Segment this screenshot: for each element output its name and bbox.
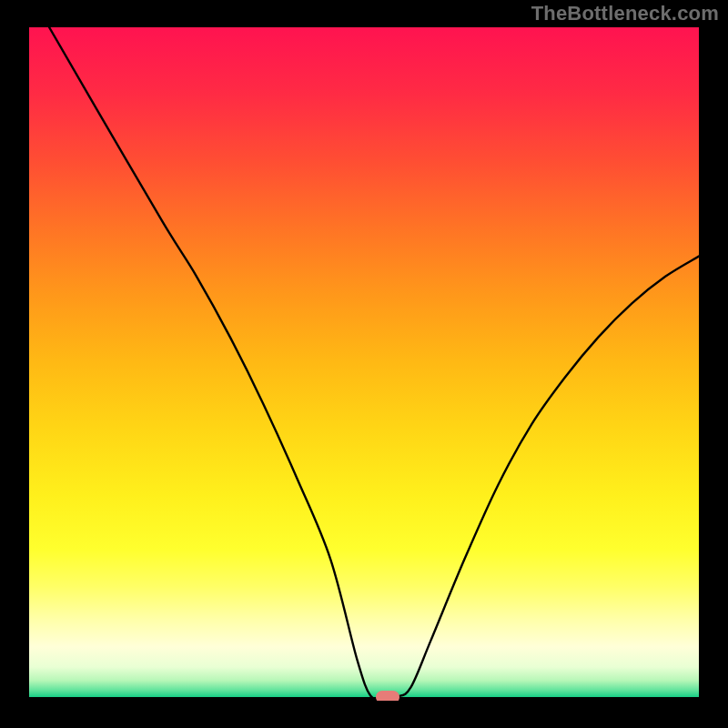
plot-area (29, 27, 699, 701)
optimal-point-marker (376, 691, 399, 701)
watermark-text: TheBottleneck.com (531, 2, 719, 25)
chart-frame: TheBottleneck.com (0, 0, 728, 728)
bottleneck-curve (29, 27, 699, 701)
